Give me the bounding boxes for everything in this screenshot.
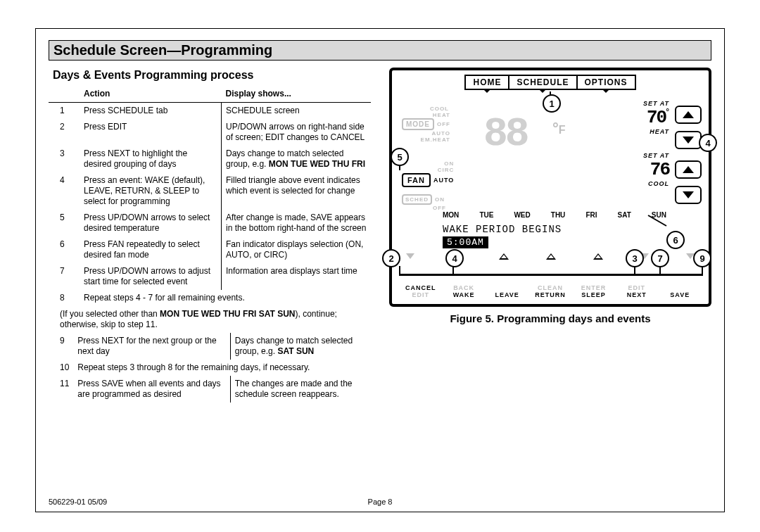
label-wake[interactable]: WAKE — [442, 291, 485, 298]
callout-1: 1 — [543, 94, 561, 113]
callout-2: 2 — [382, 249, 400, 267]
label-return[interactable]: RETURN — [528, 291, 571, 298]
step-number: 3 — [49, 146, 80, 172]
footer-docnum: 506229-01 05/09 — [49, 498, 107, 506]
step-action: Press NEXT to highlight the desired grou… — [80, 146, 222, 172]
step-display: Filled triangle above event indicates wh… — [222, 172, 371, 210]
step-display: After change is made, SAVE appears in th… — [222, 210, 371, 236]
cancel-marker — [406, 253, 414, 259]
sched-block: SCHED ON OFF — [402, 194, 446, 211]
step-action: Press NEXT for the next group or the nex… — [73, 333, 230, 360]
step-display: Days change to match selected group, e.g… — [230, 333, 371, 360]
step-action: Press an event: WAKE (default), LEAVE, R… — [80, 172, 222, 210]
deg-f: °F — [552, 120, 566, 138]
heat-up-button[interactable] — [675, 106, 702, 124]
callout-6: 5 — [391, 148, 409, 166]
step-action: Press SCHEDULE tab — [80, 103, 222, 120]
step-display: SCHEDULE screen — [222, 103, 371, 120]
step-number: 2 — [49, 119, 80, 146]
cool-down-button[interactable] — [675, 186, 702, 204]
fan-block: ON CIRC FAN AUTO — [402, 160, 454, 187]
mid-note: (If you selected other than MON TUE WED … — [49, 306, 371, 333]
cool-up-button[interactable] — [675, 160, 702, 179]
step-number: 9 — [49, 333, 73, 360]
section-title: Schedule Screen—Programming — [49, 40, 711, 61]
label-clean-dim: CLEAN — [528, 284, 571, 291]
tab-options[interactable]: OPTIONS — [576, 75, 636, 90]
info-line: WAKE PERIOD BEGINS — [443, 224, 562, 235]
step-action: Press EDIT — [80, 119, 222, 146]
label-sleep[interactable]: SLEEP — [572, 291, 615, 298]
label-next[interactable]: NEXT — [615, 291, 658, 298]
thermostat-figure: HOME SCHEDULE OPTIONS 1 COOL HEAT MODE O… — [389, 68, 711, 307]
step-number: 8 — [49, 290, 80, 306]
callout-4: 4 — [445, 249, 464, 267]
sleep-marker — [593, 253, 603, 260]
step-number: 11 — [49, 376, 73, 403]
subtitle: Days & Events Programming process — [53, 69, 371, 82]
steps-table-2: 9Press NEXT for the next group or the ne… — [49, 333, 371, 403]
label-cancel[interactable]: CANCEL — [399, 284, 442, 291]
step-number: 5 — [49, 210, 80, 236]
step-action: Press FAN repeatedly to select desired f… — [80, 236, 222, 263]
tab-home[interactable]: HOME — [464, 75, 509, 90]
step-action: Press UP/DOWN arrows to select desired t… — [80, 210, 222, 236]
step-full: Repeat steps 3 through 8 for the remaini… — [73, 360, 371, 376]
label-back-dim: BACK — [442, 284, 485, 291]
step-number: 7 — [49, 263, 80, 290]
col-display-header: Display shows... — [222, 86, 371, 103]
step-full: Repeat steps 4 - 7 for all remaining eve… — [80, 290, 371, 306]
heat-down-button[interactable] — [675, 131, 702, 149]
steps-column: Days & Events Programming process Action… — [49, 68, 371, 403]
step-display: Information area displays start time — [222, 263, 371, 290]
col-action-header: Action — [80, 86, 222, 103]
step-action: Press SAVE when all events and days are … — [73, 376, 230, 403]
step-display: UP/DOWN arrows on right-hand side of scr… — [222, 119, 371, 146]
step-number: 10 — [49, 360, 73, 376]
label-leave[interactable]: LEAVE — [486, 291, 528, 298]
step-number: 4 — [49, 172, 80, 210]
step-display: Fan indicator displays selection (ON, AU… — [222, 236, 371, 263]
figure-caption: Figure 5. Programming days and events — [389, 312, 711, 324]
callout-11: 9 — [693, 249, 711, 267]
cool-setpoint: SET AT 76 COOL — [643, 152, 669, 187]
label-enter-dim: ENTER — [572, 284, 615, 291]
footer-page: Page 8 — [368, 498, 393, 506]
step-number: 1 — [49, 103, 80, 120]
step-display: Days change to match selected group, e.g… — [222, 146, 371, 172]
callout-3: 3 — [626, 249, 644, 267]
heat-setpoint: SET AT 70° HEAT — [643, 100, 669, 135]
leave-marker — [499, 253, 509, 260]
mode-block: COOL HEAT MODE OFF AUTO EM.HEAT — [402, 106, 450, 143]
callout-9: 7 — [651, 249, 669, 267]
label-edit2-dim: EDIT — [615, 284, 658, 291]
days-row: MON TUE WED THU FRI SAT SUN — [443, 211, 666, 219]
mode-button[interactable]: MODE — [402, 118, 434, 130]
current-temp-display: 88 — [483, 111, 527, 157]
tab-schedule[interactable]: SCHEDULE — [509, 75, 576, 90]
label-edit-dim: EDIT — [399, 291, 442, 298]
fan-button[interactable]: FAN — [402, 173, 431, 187]
callout-7: 6 — [666, 231, 685, 249]
step-display: The changes are made and the schedule sc… — [230, 376, 371, 403]
start-time: 5:00AM — [443, 236, 488, 248]
label-save[interactable]: SAVE — [659, 291, 702, 298]
callout-5: 4 — [699, 134, 717, 152]
steps-table: Action Display shows... 1Press SCHEDULE … — [49, 86, 371, 306]
step-number: 6 — [49, 236, 80, 263]
return-marker — [546, 253, 556, 260]
step-action: Press UP/DOWN arrows to adjust start tim… — [80, 263, 222, 290]
